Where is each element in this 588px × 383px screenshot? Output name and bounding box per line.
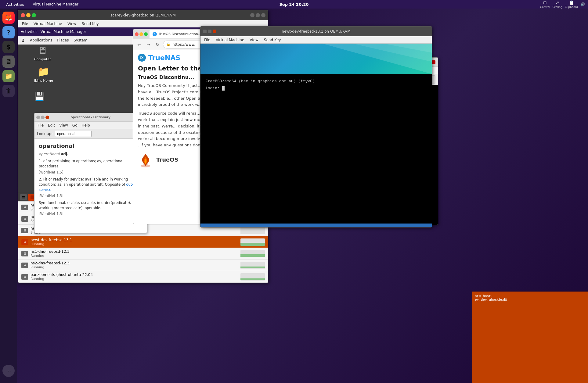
dict-search-input[interactable]: [55, 131, 92, 137]
drive-icon: 💾: [34, 91, 45, 102]
vm-item-3[interactable]: 🖥 newt-dev-freebsd-13.1 Running: [18, 236, 268, 248]
newt-close-btn[interactable]: [213, 30, 216, 33]
dictionary-window: operational - Dictionary File Edit View …: [34, 113, 147, 233]
dict-pos: adj.: [61, 152, 68, 156]
trueos-flame-icon: [138, 152, 153, 167]
dict-def2: 2. Fit or ready for service; available a…: [39, 177, 142, 193]
browser-win-controls: [135, 32, 148, 36]
scarey-win-right-btn1[interactable]: [250, 13, 254, 17]
dict-pos-line: operational adj.: [39, 151, 142, 157]
dict-menu: File Edit View Go Help: [34, 122, 147, 129]
scarey-win-right-btn3[interactable]: [261, 13, 265, 17]
control-icon[interactable]: ⊞ Control: [540, 0, 550, 9]
desktop-computer-icon[interactable]: 🖥 Computer: [34, 45, 51, 61]
back-button[interactable]: ←: [135, 41, 143, 48]
ix-badge: iX: [138, 54, 146, 62]
inner-activities[interactable]: Activities: [21, 30, 38, 34]
newt-ctrl-btn1[interactable]: [203, 30, 207, 33]
activities-button[interactable]: Activities: [3, 2, 27, 7]
scarey-menu-vm[interactable]: Virtual Machine: [31, 21, 64, 27]
desktop-drive-icon[interactable]: 💾: [34, 91, 45, 103]
dict-menu-file[interactable]: File: [36, 123, 45, 128]
vm-status-6: Running: [31, 277, 238, 281]
inner-vm-manager-label: Virtual Machine Manager: [41, 30, 86, 34]
newt-menu-view[interactable]: View: [247, 37, 261, 43]
browser-close-btn[interactable]: [135, 32, 139, 36]
scarey-win-right-btn2[interactable]: [256, 13, 260, 17]
dict-win-btn1[interactable]: [36, 116, 40, 119]
dock-help[interactable]: ?: [2, 26, 15, 38]
gnome-menu-system[interactable]: System: [74, 38, 87, 42]
vm-item-4[interactable]: 🖥 ns1-dns-freebsd-12.3 Running: [18, 248, 268, 260]
bhyve-close-btn[interactable]: [432, 60, 435, 64]
newt-menu-sendkey[interactable]: Send Key: [262, 37, 283, 43]
vm-name-5: ns2-dns-freebsd-12.3: [31, 261, 238, 265]
scaling-icon[interactable]: ⤢ Scaling: [552, 0, 562, 9]
gnome-menu-computer-icon: 🖥: [21, 38, 25, 43]
newt-menu-vm[interactable]: Virtual Machine: [213, 37, 247, 43]
dict-menu-help[interactable]: Help: [80, 123, 91, 128]
dock-apps-button[interactable]: ⋯: [2, 365, 15, 377]
vm-item-5[interactable]: 🖥 ns2-dns-freebsd-12.3 Running: [18, 260, 268, 271]
scarey-menu-sendkey[interactable]: Send Key: [79, 21, 101, 27]
dock-trash[interactable]: 🗑: [2, 85, 15, 97]
window-newt: newt-dev-freebsd-13.1 on QEMU/KVM File V…: [200, 26, 432, 227]
dict-menu-edit[interactable]: Edit: [47, 123, 56, 128]
forward-button[interactable]: →: [145, 41, 152, 48]
vm-icon-1: 🖥: [21, 216, 28, 222]
vm-icon-3: 🖥: [21, 239, 28, 245]
scarey-window-controls: [21, 13, 36, 17]
scarey-window-title: scarey-dev-ghostbsd on QEMU/KVM: [110, 13, 176, 17]
dict-menu-view[interactable]: View: [58, 123, 69, 128]
dict-win-btn2[interactable]: [41, 116, 45, 119]
desktop: scarey-dev-ghostbsd on QEMU/KVM File Vir…: [17, 9, 588, 383]
dict-win-btn-close[interactable]: [45, 116, 49, 119]
newt-scrollbar[interactable]: [200, 224, 432, 227]
scarey-menu-view[interactable]: View: [65, 21, 78, 27]
browser-maximize-btn[interactable]: [144, 32, 148, 36]
newt-terminal-line1: FreeBSD/amd64 (bee.in.graphica.com.au) (…: [205, 79, 427, 84]
newt-ctrl-btn2[interactable]: [208, 30, 211, 33]
desktop-home-icon[interactable]: 📁 jbh's Home: [34, 66, 53, 83]
systray: 🔊: [580, 2, 585, 6]
scarey-menu-file[interactable]: File: [20, 21, 31, 27]
newt-menu-file[interactable]: File: [202, 37, 213, 43]
browser-minimize-btn[interactable]: [139, 32, 143, 36]
vm-icon-2: 🖥: [21, 228, 28, 233]
dock-firefox[interactable]: 🦊: [2, 12, 15, 24]
dict-source1: [WordNet 1.5]: [39, 170, 142, 175]
clipboard-icon[interactable]: 📋 Clipboard: [565, 0, 578, 9]
inner-gnome-left: Activities Virtual Machine Manager: [21, 30, 86, 34]
vm-info-6: panzoomcuts-ghost-ubuntu-22.04 Running: [31, 273, 238, 281]
dock-virt-manager[interactable]: 🖥: [2, 55, 15, 68]
scarey-close-button[interactable]: [21, 13, 25, 17]
task-toggle-btn[interactable]: ≡: [20, 194, 27, 200]
topbar-clock: Sep 24 20:20: [279, 2, 308, 7]
vm-graph-6: [240, 273, 265, 281]
dict-syn: Syn: functional, usable, useable, in ord…: [39, 200, 142, 211]
scarey-maximize-button[interactable]: [32, 13, 36, 17]
bhyve-win-right-controls: [432, 60, 435, 64]
vm-graph-3: [240, 238, 265, 246]
newt-menu-bar: File Virtual Machine View Send Key: [200, 36, 432, 44]
dict-menu-go[interactable]: Go: [71, 123, 79, 128]
dict-toolbar: Look up:: [34, 129, 147, 139]
newt-window-title: newt-dev-freebsd-13.1 on QEMU/KVM: [282, 29, 350, 34]
vm-graph-4: [240, 250, 265, 257]
dock-files[interactable]: 📁: [2, 70, 15, 82]
vm-item-6[interactable]: 🖥 panzoomcuts-ghost-ubuntu-22.04 Running: [18, 271, 268, 283]
vm-manager-topbar[interactable]: Virtual Machine Manager: [31, 2, 80, 7]
refresh-button[interactable]: ↻: [154, 41, 161, 48]
control-label: Control: [540, 5, 550, 9]
newt-cursor: [222, 86, 225, 91]
dock-terminal[interactable]: $: [2, 41, 15, 53]
vm-graph-2: [240, 227, 265, 234]
truenas-name: TrueNAS: [148, 54, 180, 62]
dict-source2-bracket: [WordNet 1.5]: [39, 193, 142, 199]
volume-icon[interactable]: 🔊: [580, 2, 585, 6]
gnome-menu-places[interactable]: Places: [57, 38, 69, 42]
gnome-menu-applications[interactable]: Applications: [30, 38, 52, 42]
scarey-minimize-button[interactable]: [26, 13, 31, 17]
dict-window-controls: [36, 116, 49, 119]
dict-window-title: operational - Dictionary: [71, 115, 110, 119]
